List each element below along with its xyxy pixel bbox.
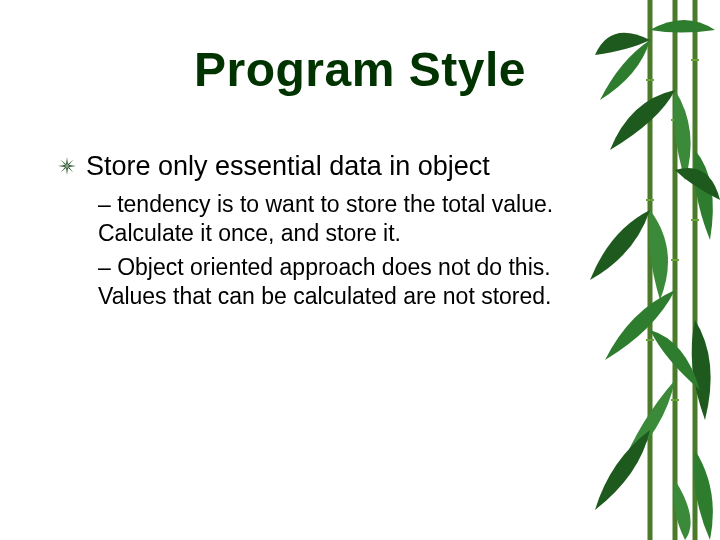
svg-marker-6 — [67, 160, 73, 166]
sub-bullet-1: – tendency is to want to store the total… — [98, 190, 618, 249]
bullet-text: Store only essential data in object — [86, 150, 490, 184]
svg-marker-5 — [67, 166, 73, 172]
svg-marker-2 — [58, 165, 67, 167]
svg-marker-3 — [67, 165, 76, 167]
svg-marker-1 — [66, 166, 68, 175]
slide-title: Program Style — [0, 42, 720, 97]
slide-body: Store only essential data in object – te… — [58, 150, 618, 312]
slide: Program Style Store only es — [0, 0, 720, 540]
svg-marker-4 — [61, 160, 67, 166]
svg-marker-0 — [66, 157, 68, 166]
starburst-icon — [58, 157, 76, 175]
svg-marker-7 — [61, 166, 67, 172]
bullet-row: Store only essential data in object — [58, 150, 618, 184]
sub-bullet-2: – Object oriented approach does not do t… — [98, 253, 618, 312]
